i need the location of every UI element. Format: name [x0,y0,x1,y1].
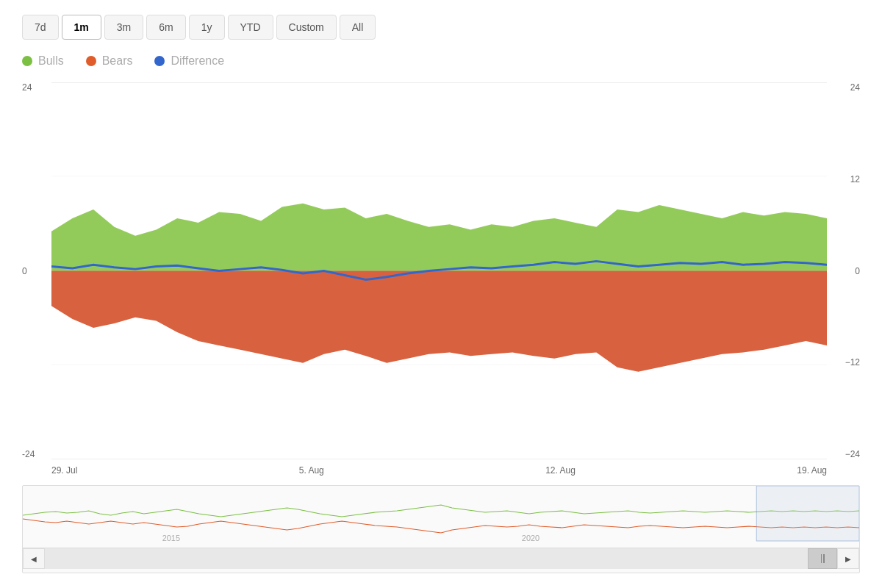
time-btn-6m[interactable]: 6m [146,15,185,40]
time-btn-ytd[interactable]: YTD [228,15,273,40]
y-label-bot-left: -24 [22,449,51,459]
x-label-19aug: 19. Aug [797,465,827,476]
navigator-svg: 2015 2020 [23,486,859,545]
time-btn-all[interactable]: All [340,15,376,40]
y-label-n24r: −24 [845,449,860,459]
y-axis-right: 24 12 0 −12 −24 [827,82,860,459]
y-label-mid-left: 0 [22,266,51,276]
legend-bears: Bears [86,54,133,68]
main-chart-svg [51,82,827,459]
legend-difference: Difference [154,54,224,68]
grip-line-1 [821,554,822,563]
scroll-thumb-grip [821,554,825,563]
main-container: 7d 1m 3m 6m 1y YTD Custom All Bulls Bear… [0,0,882,588]
time-btn-1y[interactable]: 1y [189,15,225,40]
time-btn-7d[interactable]: 7d [22,15,59,40]
bulls-label: Bulls [38,54,64,68]
x-label-12aug: 12. Aug [545,465,576,476]
legend-bulls: Bulls [22,54,64,68]
navigator-scrollbar: ◀ ▶ [23,548,859,569]
scroll-left-button[interactable]: ◀ [23,548,45,569]
chart-wrapper: 24 0 -24 24 12 0 −12 −24 [22,82,860,573]
y-label-0r: 0 [855,266,860,276]
svg-rect-7 [756,486,859,541]
y-label-12r: 12 [850,174,860,184]
time-btn-1m[interactable]: 1m [62,15,101,40]
x-axis: 29. Jul 5. Aug 12. Aug 19. Aug [51,459,827,481]
y-label-n12r: −12 [845,357,860,368]
y-label-top-left: 24 [22,82,51,93]
bears-dot [86,56,96,66]
x-label-5aug: 5. Aug [299,465,324,476]
difference-dot [154,56,165,66]
main-chart: 24 0 -24 24 12 0 −12 −24 [22,82,860,481]
x-label-29jul: 29. Jul [51,465,77,476]
grip-line-2 [823,554,825,563]
scroll-right-button[interactable]: ▶ [837,548,859,569]
scroll-thumb[interactable] [808,548,837,569]
y-axis-left: 24 0 -24 [22,82,51,459]
chart-legend: Bulls Bears Difference [22,54,860,68]
time-btn-custom[interactable]: Custom [276,15,337,40]
time-range-selector: 7d 1m 3m 6m 1y YTD Custom All [22,15,860,40]
scroll-track[interactable] [45,548,837,569]
svg-text:2020: 2020 [522,534,539,542]
y-label-24r: 24 [850,82,860,93]
bears-label: Bears [102,54,133,68]
bulls-dot [22,56,32,66]
svg-text:2015: 2015 [162,534,180,542]
time-btn-3m[interactable]: 3m [104,15,143,40]
difference-label: Difference [171,54,224,68]
navigator-area: 2015 2020 ◀ ▶ [22,485,860,573]
